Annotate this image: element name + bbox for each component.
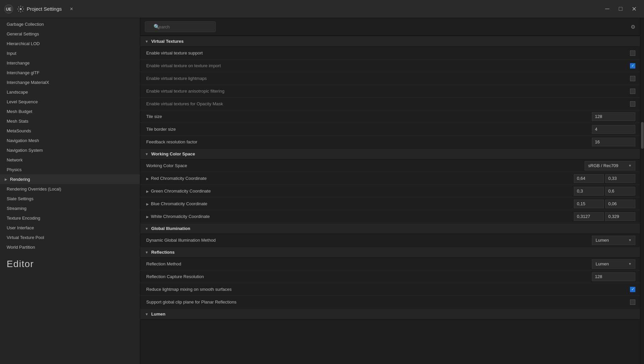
dual-input-x[interactable] xyxy=(574,200,604,208)
scrollbar-track xyxy=(640,18,644,364)
search-icon: 🔍 xyxy=(154,24,160,30)
sidebar-item-hierarchical-lod[interactable]: Hierarchical LOD xyxy=(0,39,140,48)
close-button[interactable]: ✕ xyxy=(629,4,639,14)
settings-row-label-text: Enable virtual textures for Opacity Mask xyxy=(146,101,223,106)
settings-row-label-text: Enable virtual texture on texture import xyxy=(146,63,221,68)
virtual-textures-section-header[interactable]: ▼ Virtual Textures xyxy=(140,36,640,47)
sidebar-item-rendering[interactable]: ▶Rendering xyxy=(0,174,140,184)
dual-inputs xyxy=(574,187,635,196)
svg-point-2 xyxy=(20,8,22,10)
gi-collapse-arrow: ▼ xyxy=(145,227,149,231)
settings-row-label-text: Feedback resolution factor xyxy=(146,139,197,144)
checkbox[interactable] xyxy=(630,89,635,94)
sidebar-item-mesh-budget[interactable]: Mesh Budget xyxy=(0,107,140,116)
dual-input-x[interactable] xyxy=(574,212,604,221)
settings-row-label: Tile border size xyxy=(145,127,592,132)
sidebar-item-texture-encoding[interactable]: Texture Encoding xyxy=(0,213,140,223)
sidebar-item-navigation-mesh[interactable]: Navigation Mesh xyxy=(0,136,140,145)
sidebar-item-navigation-system[interactable]: Navigation System xyxy=(0,145,140,155)
row-expand-arrow[interactable]: ▶ xyxy=(146,202,149,206)
sidebar-item-streaming[interactable]: Streaming xyxy=(0,204,140,213)
title-bar: UE Project Settings × ─ □ ✕ xyxy=(0,0,644,18)
sidebar-item-label-garbage-collection: Garbage Collection xyxy=(7,22,44,27)
number-input[interactable] xyxy=(592,112,635,121)
lumen-label: Lumen xyxy=(151,312,166,317)
sidebar-item-metasounds[interactable]: MetaSounds xyxy=(0,126,140,136)
sidebar-item-network[interactable]: Network xyxy=(0,155,140,165)
dropdown-arrow-icon: ▼ xyxy=(628,164,632,167)
checkbox[interactable]: ✓ xyxy=(630,63,635,69)
dropdown[interactable]: sRGB / Rec709▼ xyxy=(585,161,635,170)
checkbox[interactable] xyxy=(630,101,635,107)
sidebar-item-label-slate-settings: Slate Settings xyxy=(7,196,33,201)
checkbox[interactable] xyxy=(630,76,635,81)
search-bar: 🔍 ⚙ xyxy=(140,18,640,36)
dual-inputs xyxy=(574,212,635,221)
sidebar-item-garbage-collection[interactable]: Garbage Collection xyxy=(0,19,140,29)
dual-input-x[interactable] xyxy=(574,187,604,196)
sidebar-item-landscape[interactable]: Landscape xyxy=(0,87,140,97)
dual-input-x[interactable] xyxy=(574,174,604,183)
settings-row-label-text: Blue Chromaticity Coordinate xyxy=(151,201,207,206)
lumen-section-header[interactable]: ▼ Lumen xyxy=(140,309,640,320)
row-expand-arrow[interactable]: ▶ xyxy=(146,215,149,219)
checkbox[interactable] xyxy=(630,50,635,56)
sidebar-item-general-settings[interactable]: General Settings xyxy=(0,29,140,39)
settings-row-label: Reflection Method xyxy=(145,261,592,266)
global-illumination-section-header[interactable]: ▼ Global Illumination xyxy=(140,223,640,234)
settings-row: Enable virtual texture on texture import… xyxy=(140,59,640,72)
sidebar-item-slate-settings[interactable]: Slate Settings xyxy=(0,194,140,204)
reflections-section-header[interactable]: ▼ Reflections xyxy=(140,247,640,258)
dropdown[interactable]: Lumen▼ xyxy=(592,236,635,245)
number-input[interactable] xyxy=(592,138,635,146)
settings-row-label-text: Red Chromaticity Coordinate xyxy=(151,176,207,181)
sidebar-item-world-partition[interactable]: World Partition xyxy=(0,242,140,252)
sidebar-item-label-navigation-mesh: Navigation Mesh xyxy=(7,138,39,143)
settings-row: Reduce lightmap mixing on smooth surface… xyxy=(140,283,640,296)
settings-row: ▶Green Chromaticity Coordinate xyxy=(140,185,640,198)
virtual-textures-label: Virtual Textures xyxy=(151,39,184,44)
sidebar-item-virtual-texture-pool[interactable]: Virtual Texture Pool xyxy=(0,233,140,242)
settings-row-label-text: Enable virtual texture support xyxy=(146,50,203,55)
sidebar-item-interchange[interactable]: Interchange xyxy=(0,58,140,68)
working-color-space-section-header[interactable]: ▼ Working Color Space xyxy=(140,148,640,159)
wcs-collapse-arrow: ▼ xyxy=(145,152,149,156)
sidebar-item-label-mesh-stats: Mesh Stats xyxy=(7,119,28,124)
settings-row: Tile size xyxy=(140,110,640,123)
maximize-button[interactable]: □ xyxy=(616,4,625,14)
row-expand-arrow[interactable]: ▶ xyxy=(146,190,149,193)
number-input[interactable] xyxy=(592,272,635,281)
dropdown[interactable]: Lumen▼ xyxy=(592,259,635,269)
sidebar-item-label-rendering-overrides: Rendering Overrides (Local) xyxy=(7,187,61,192)
settings-row-value: ✓ xyxy=(630,63,635,69)
dual-input-y[interactable] xyxy=(605,174,635,183)
dual-input-y[interactable] xyxy=(605,200,635,208)
checkbox[interactable]: ✓ xyxy=(630,287,635,292)
checkbox[interactable] xyxy=(630,299,635,305)
settings-row: ▶White Chromaticity Coordinate xyxy=(140,210,640,223)
row-expand-arrow[interactable]: ▶ xyxy=(146,177,149,180)
number-input[interactable] xyxy=(592,125,635,134)
settings-row-value xyxy=(630,101,635,107)
sidebar-item-rendering-overrides[interactable]: Rendering Overrides (Local) xyxy=(0,184,140,194)
lumen-collapse-arrow: ▼ xyxy=(145,312,149,316)
settings-row-value xyxy=(592,125,635,134)
sidebar-item-input[interactable]: Input xyxy=(0,48,140,58)
tab-close-button[interactable]: × xyxy=(68,5,75,13)
sidebar-item-label-input: Input xyxy=(7,51,16,56)
sidebar-item-level-sequence[interactable]: Level Sequence xyxy=(0,97,140,107)
sidebar-item-interchange-gltf[interactable]: Interchange glTF xyxy=(0,68,140,78)
settings-row-label-text: Working Color Space xyxy=(146,163,187,168)
settings-gear-icon[interactable]: ⚙ xyxy=(631,24,635,30)
dual-input-y[interactable] xyxy=(605,187,635,196)
wcs-label: Working Color Space xyxy=(151,151,195,156)
minimize-button[interactable]: ─ xyxy=(603,4,612,14)
sidebar-item-user-interface[interactable]: User Interface xyxy=(0,223,140,233)
settings-row-value xyxy=(592,272,635,281)
sidebar-item-interchange-materialx[interactable]: Interchange MaterialX xyxy=(0,78,140,87)
scrollbar-thumb[interactable] xyxy=(641,122,644,149)
sidebar-item-physics[interactable]: Physics xyxy=(0,165,140,174)
dual-input-y[interactable] xyxy=(605,212,635,221)
sidebar-item-label-user-interface: User Interface xyxy=(7,225,34,230)
sidebar-item-mesh-stats[interactable]: Mesh Stats xyxy=(0,116,140,126)
